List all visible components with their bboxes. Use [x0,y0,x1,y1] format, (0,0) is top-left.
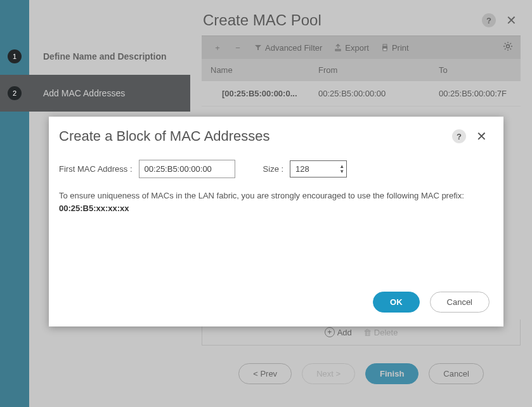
first-mac-label: First MAC Address : [59,164,133,174]
step-number: 2 [8,86,22,100]
info-prefix: 00:25:B5:xx:xx:xx [59,204,129,213]
modal-title: Create a Block of MAC Addresses [59,128,270,145]
cancel-button[interactable]: Cancel [430,292,490,313]
modal-header: Create a Block of MAC Addresses ? ✕ [49,117,503,150]
ok-button[interactable]: OK [373,292,420,313]
first-mac-input[interactable] [139,160,235,178]
modal-header-actions: ? ✕ [452,129,490,144]
modal-footer: OK Cancel [49,283,503,326]
spinner-buttons: ▲ ▼ [338,162,346,176]
close-icon[interactable]: ✕ [474,129,490,144]
size-label: Size : [263,164,284,174]
modal-body: First MAC Address : Size : ▲ ▼ To ensure… [49,150,503,283]
create-mac-block-modal: Create a Block of MAC Addresses ? ✕ Firs… [49,117,503,326]
info-text-body: To ensure uniqueness of MACs in the LAN … [59,191,464,200]
spin-down-icon[interactable]: ▼ [338,169,346,174]
info-text: To ensure uniqueness of MACs in the LAN … [59,190,493,214]
help-icon[interactable]: ? [452,129,466,143]
step-number: 1 [8,49,22,63]
size-stepper: ▲ ▼ [290,160,347,178]
form-row: First MAC Address : Size : ▲ ▼ [59,160,493,178]
